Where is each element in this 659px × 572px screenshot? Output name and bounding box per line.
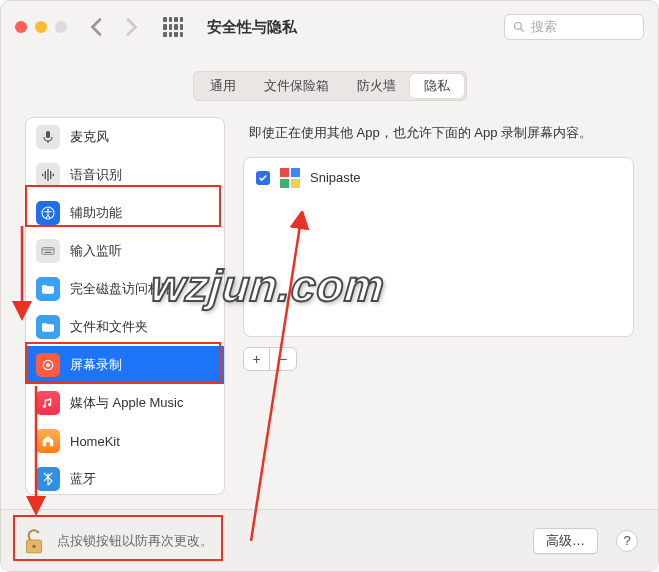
search-field[interactable]: 搜索: [504, 14, 644, 40]
sidebar-item-accessibility[interactable]: 辅助功能: [26, 194, 224, 232]
permission-description: 即使正在使用其他 App，也允许下面的 App 录制屏幕内容。: [243, 117, 634, 157]
window-controls: [15, 21, 67, 33]
sidebar-item-label: 输入监听: [70, 242, 122, 260]
sidebar-item-label: 辅助功能: [70, 204, 122, 222]
accessibility-icon: [36, 201, 60, 225]
maximize-window-button: [55, 21, 67, 33]
waveform-icon: [36, 163, 60, 187]
svg-rect-16: [51, 249, 52, 250]
keyboard-icon: [36, 239, 60, 263]
chevron-left-icon: [85, 15, 109, 39]
svg-rect-17: [45, 252, 52, 253]
music-icon: [36, 391, 60, 415]
footer: 点按锁按钮以防再次更改。 高级… ?: [1, 509, 658, 571]
sidebar-item-label: 完全磁盘访问权限: [70, 280, 174, 298]
app-row-snipaste[interactable]: Snipaste: [256, 168, 621, 188]
lock-icon[interactable]: [21, 526, 47, 556]
close-window-button[interactable]: [15, 21, 27, 33]
app-name: Snipaste: [310, 170, 361, 185]
sidebar-item-label: 媒体与 Apple Music: [70, 394, 183, 412]
sidebar-item-label: 蓝牙: [70, 470, 96, 488]
sidebar-item-full-disk-access[interactable]: 完全磁盘访问权限: [26, 270, 224, 308]
tab-filevault[interactable]: 文件保险箱: [250, 74, 343, 98]
add-app-button[interactable]: +: [244, 348, 270, 370]
svg-rect-14: [47, 249, 48, 250]
search-icon: [513, 21, 525, 33]
tab-privacy[interactable]: 隐私: [410, 74, 464, 98]
sidebar-item-label: 语音识别: [70, 166, 122, 184]
app-checkbox[interactable]: [256, 171, 270, 185]
all-preferences-icon[interactable]: [163, 17, 183, 37]
sidebar-item-bluetooth[interactable]: 蓝牙: [26, 460, 224, 495]
svg-line-1: [521, 29, 524, 32]
folder-icon: [36, 315, 60, 339]
svg-rect-11: [42, 248, 54, 255]
home-icon: [36, 429, 60, 453]
toolbar: 安全性与隐私 搜索: [1, 1, 658, 53]
sidebar-item-files-and-folders[interactable]: 文件和文件夹: [26, 308, 224, 346]
add-remove-control: + −: [243, 347, 297, 371]
bluetooth-icon: [36, 467, 60, 491]
tab-firewall[interactable]: 防火墙: [343, 74, 410, 98]
sidebar-item-homekit[interactable]: HomeKit: [26, 422, 224, 460]
screen-recording-icon: [36, 353, 60, 377]
tab-general[interactable]: 通用: [196, 74, 250, 98]
sidebar-item-label: 麦克风: [70, 128, 109, 146]
sidebar-item-speech-recognition[interactable]: 语音识别: [26, 156, 224, 194]
help-button[interactable]: ?: [616, 530, 638, 552]
search-placeholder: 搜索: [531, 18, 557, 36]
svg-rect-15: [49, 249, 50, 250]
sidebar-item-microphone[interactable]: 麦克风: [26, 118, 224, 156]
chevron-right-icon: [119, 15, 143, 39]
svg-rect-12: [43, 249, 44, 250]
sidebar-item-label: 屏幕录制: [70, 356, 122, 374]
sidebar-item-label: 文件和文件夹: [70, 318, 148, 336]
nav-back-button[interactable]: [85, 15, 109, 39]
microphone-icon: [36, 125, 60, 149]
svg-point-21: [32, 544, 35, 547]
svg-point-10: [47, 209, 49, 211]
privacy-sidebar: 麦克风 语音识别 辅助功能 输入监听: [25, 117, 225, 495]
snipaste-app-icon: [280, 168, 300, 188]
disk-folder-icon: [36, 277, 60, 301]
segmented-tabs: 通用 文件保险箱 防火墙 隐私: [193, 71, 467, 101]
minimize-window-button[interactable]: [35, 21, 47, 33]
app-list: Snipaste: [243, 157, 634, 337]
sidebar-item-label: HomeKit: [70, 434, 120, 449]
sidebar-item-input-monitoring[interactable]: 输入监听: [26, 232, 224, 270]
nav-forward-button[interactable]: [119, 15, 143, 39]
lock-description: 点按锁按钮以防再次更改。: [57, 532, 213, 550]
checkmark-icon: [258, 173, 268, 183]
tabs-row: 通用 文件保险箱 防火墙 隐私: [1, 53, 658, 107]
svg-rect-13: [45, 249, 46, 250]
svg-rect-2: [46, 131, 50, 138]
sidebar-item-screen-recording[interactable]: 屏幕录制: [26, 346, 224, 384]
svg-point-19: [46, 363, 50, 367]
svg-point-0: [515, 23, 522, 30]
right-pane: 即使正在使用其他 App，也允许下面的 App 录制屏幕内容。 Snipaste…: [243, 117, 634, 495]
remove-app-button[interactable]: −: [270, 348, 296, 370]
advanced-button[interactable]: 高级…: [533, 528, 598, 554]
window-title: 安全性与隐私: [207, 18, 297, 37]
sidebar-item-media-apple-music[interactable]: 媒体与 Apple Music: [26, 384, 224, 422]
